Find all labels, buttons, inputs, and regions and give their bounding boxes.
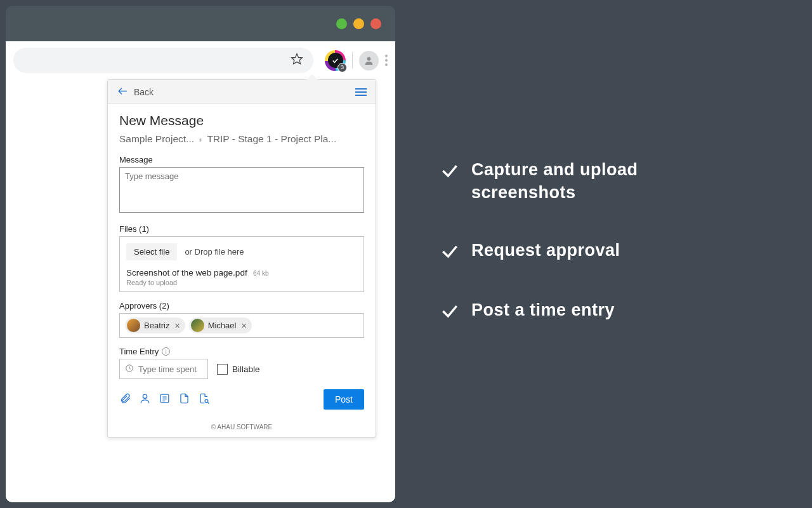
avatar xyxy=(191,319,204,332)
check-icon xyxy=(440,301,460,324)
browser-toolbar: 3 xyxy=(6,41,395,79)
svg-point-4 xyxy=(143,394,147,398)
svg-line-10 xyxy=(207,402,209,403)
arrow-left-icon xyxy=(117,85,129,99)
popup-arrow xyxy=(306,74,318,81)
approver-name: Beatriz xyxy=(144,321,169,330)
bookmark-star-icon[interactable] xyxy=(291,53,303,68)
time-spent-input[interactable]: Type time spent xyxy=(119,359,208,379)
remove-approver-icon[interactable]: × xyxy=(174,321,180,331)
extension-badge: 3 xyxy=(337,63,347,72)
traffic-green[interactable] xyxy=(336,18,347,29)
feature-list: Capture and upload screenshots Request a… xyxy=(395,6,806,502)
approver-name: Michael xyxy=(208,321,237,330)
avatar xyxy=(127,319,140,332)
document-search-icon[interactable] xyxy=(198,392,210,407)
action-icon-strip xyxy=(119,392,210,407)
svg-point-1 xyxy=(367,57,371,60)
file-name: Screenshot of the web page.pdf xyxy=(126,268,247,277)
extension-popup: Back New Message Sample Project... › TRI… xyxy=(107,79,376,438)
clock-icon xyxy=(125,364,134,375)
select-file-button[interactable]: Select file xyxy=(126,243,177,260)
back-button[interactable]: Back xyxy=(117,85,154,99)
check-icon xyxy=(440,161,460,184)
popup-footer: © AHAU SOFTWARE xyxy=(108,417,376,437)
feature-text: Capture and upload screenshots xyxy=(471,158,738,204)
chevron-right-icon: › xyxy=(199,135,202,144)
browser-viewport: Back New Message Sample Project... › TRI… xyxy=(6,79,395,502)
list-icon[interactable] xyxy=(159,392,171,407)
approver-chip: Michael × xyxy=(189,318,252,333)
post-button[interactable]: Post xyxy=(324,389,364,410)
attachment-icon[interactable] xyxy=(119,392,131,407)
file-dropzone[interactable]: Select file or Drop file here Screenshot… xyxy=(119,236,364,292)
back-label: Back xyxy=(134,87,154,97)
breadcrumb-project[interactable]: Sample Project... xyxy=(119,133,194,145)
approver-chip: Beatriz × xyxy=(125,318,185,333)
check-icon xyxy=(440,241,460,264)
svg-point-9 xyxy=(205,399,208,403)
popup-header: Back xyxy=(108,80,376,104)
feature-item: Request approval xyxy=(440,239,781,264)
svg-marker-0 xyxy=(292,54,303,64)
toolbar-separator xyxy=(352,52,353,69)
drop-hint: or Drop file here xyxy=(185,247,244,257)
page-title: New Message xyxy=(119,113,364,128)
breadcrumb-item[interactable]: TRIP - Stage 1 - Project Pla... xyxy=(207,133,336,145)
approvers-label: Approvers (2) xyxy=(119,301,364,311)
profile-avatar[interactable] xyxy=(359,51,379,70)
message-input[interactable] xyxy=(119,167,364,213)
document-icon[interactable] xyxy=(178,392,190,407)
extension-icon[interactable]: 3 xyxy=(325,50,346,71)
file-status: Ready to upload xyxy=(126,279,357,286)
feature-item: Capture and upload screenshots xyxy=(440,158,781,204)
browser-menu-icon[interactable] xyxy=(385,55,388,66)
person-icon[interactable] xyxy=(139,392,151,407)
feature-text: Post a time entry xyxy=(471,298,615,321)
traffic-yellow[interactable] xyxy=(353,18,364,29)
billable-label: Billable xyxy=(232,364,260,374)
approvers-input[interactable]: Beatriz × Michael × xyxy=(119,313,364,338)
message-label: Message xyxy=(119,155,364,164)
traffic-red[interactable] xyxy=(370,18,381,29)
files-label: Files (1) xyxy=(119,224,364,234)
time-entry-label: Time Entry i xyxy=(119,347,364,356)
time-placeholder: Type time spent xyxy=(138,364,197,374)
popup-menu-icon[interactable] xyxy=(355,88,367,96)
file-size: 64 kb xyxy=(253,270,268,277)
window-titlebar xyxy=(6,6,395,41)
billable-checkbox[interactable] xyxy=(217,364,228,375)
remove-approver-icon[interactable]: × xyxy=(241,321,246,331)
address-bar[interactable] xyxy=(13,48,313,73)
info-icon[interactable]: i xyxy=(162,347,170,356)
feature-item: Post a time entry xyxy=(440,298,781,324)
breadcrumb: Sample Project... › TRIP - Stage 1 - Pro… xyxy=(119,133,364,145)
feature-text: Request approval xyxy=(471,239,620,262)
